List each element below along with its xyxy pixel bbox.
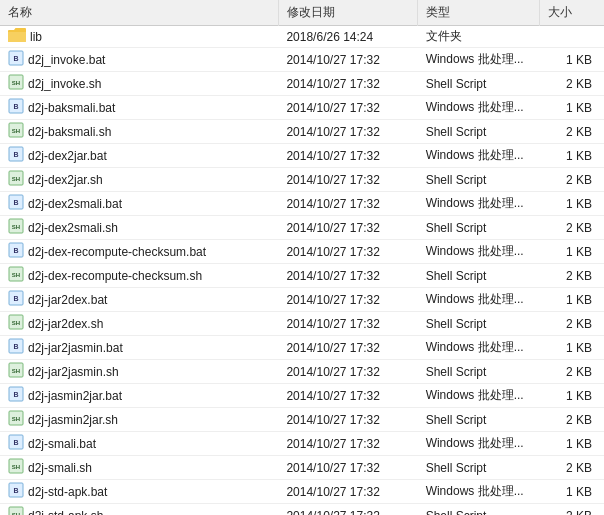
file-type: Windows 批处理...: [418, 384, 540, 408]
file-size: 1 KB: [540, 288, 604, 312]
col-header-size[interactable]: 大小: [540, 0, 604, 26]
table-row[interactable]: B d2j-std-apk.bat 2014/10/27 17:32 Windo…: [0, 480, 604, 504]
file-size: 2 KB: [540, 264, 604, 288]
file-type: Shell Script: [418, 168, 540, 192]
svg-text:B: B: [13, 151, 18, 158]
file-date: 2018/6/26 14:24: [278, 26, 417, 48]
file-type: Windows 批处理...: [418, 288, 540, 312]
col-header-name[interactable]: 名称: [0, 0, 278, 26]
table-row[interactable]: B d2j-jasmin2jar.bat 2014/10/27 17:32 Wi…: [0, 384, 604, 408]
table-row[interactable]: SH d2j-dex2jar.sh 2014/10/27 17:32 Shell…: [0, 168, 604, 192]
file-date: 2014/10/27 17:32: [278, 384, 417, 408]
table-row[interactable]: B d2j-dex2smali.bat 2014/10/27 17:32 Win…: [0, 192, 604, 216]
file-date: 2014/10/27 17:32: [278, 432, 417, 456]
file-type: Shell Script: [418, 216, 540, 240]
file-type: Windows 批处理...: [418, 480, 540, 504]
file-icon: B: [8, 50, 24, 69]
table-row[interactable]: SH d2j-jar2dex.sh 2014/10/27 17:32 Shell…: [0, 312, 604, 336]
table-row[interactable]: SH d2j-jar2jasmin.sh 2014/10/27 17:32 Sh…: [0, 360, 604, 384]
table-row[interactable]: B d2j-baksmali.bat 2014/10/27 17:32 Wind…: [0, 96, 604, 120]
file-size: 2 KB: [540, 120, 604, 144]
table-row[interactable]: SH d2j-baksmali.sh 2014/10/27 17:32 Shel…: [0, 120, 604, 144]
file-name: B d2j-dex-recompute-checksum.bat: [0, 240, 278, 264]
svg-text:SH: SH: [12, 224, 20, 230]
file-size: 1 KB: [540, 432, 604, 456]
file-name: SH d2j-dex2smali.sh: [0, 216, 278, 240]
file-date: 2014/10/27 17:32: [278, 48, 417, 72]
file-type: Windows 批处理...: [418, 336, 540, 360]
svg-text:B: B: [13, 103, 18, 110]
file-name: B d2j-jar2jasmin.bat: [0, 336, 278, 360]
table-row[interactable]: B d2j-smali.bat 2014/10/27 17:32 Windows…: [0, 432, 604, 456]
file-icon: SH: [8, 458, 24, 477]
table-row[interactable]: SH d2j-dex-recompute-checksum.sh 2014/10…: [0, 264, 604, 288]
file-date: 2014/10/27 17:32: [278, 480, 417, 504]
file-date: 2014/10/27 17:32: [278, 72, 417, 96]
svg-text:SH: SH: [12, 128, 20, 134]
file-icon: SH: [8, 74, 24, 93]
file-type: Shell Script: [418, 120, 540, 144]
table-row[interactable]: SH d2j-jasmin2jar.sh 2014/10/27 17:32 Sh…: [0, 408, 604, 432]
file-icon: B: [8, 338, 24, 357]
file-type: Windows 批处理...: [418, 192, 540, 216]
file-date: 2014/10/27 17:32: [278, 192, 417, 216]
col-header-type[interactable]: 类型: [418, 0, 540, 26]
file-size: 1 KB: [540, 48, 604, 72]
table-row[interactable]: B d2j-jar2dex.bat 2014/10/27 17:32 Windo…: [0, 288, 604, 312]
file-size: [540, 26, 604, 48]
file-size: 2 KB: [540, 72, 604, 96]
file-name: B d2j-dex2smali.bat: [0, 192, 278, 216]
file-date: 2014/10/27 17:32: [278, 216, 417, 240]
file-icon: SH: [8, 410, 24, 429]
file-type: Windows 批处理...: [418, 48, 540, 72]
file-icon: B: [8, 242, 24, 261]
svg-text:B: B: [13, 295, 18, 302]
table-row[interactable]: B d2j-dex-recompute-checksum.bat 2014/10…: [0, 240, 604, 264]
file-icon: B: [8, 146, 24, 165]
file-name: B d2j-jar2dex.bat: [0, 288, 278, 312]
file-icon: SH: [8, 314, 24, 333]
file-name: lib: [0, 26, 278, 48]
file-name: SH d2j-std-apk.sh: [0, 504, 278, 516]
svg-text:SH: SH: [12, 416, 20, 422]
svg-text:B: B: [13, 487, 18, 494]
file-size: 2 KB: [540, 456, 604, 480]
file-icon: B: [8, 290, 24, 309]
file-icon: B: [8, 434, 24, 453]
file-size: 1 KB: [540, 384, 604, 408]
file-icon: SH: [8, 362, 24, 381]
file-name: SH d2j-jar2jasmin.sh: [0, 360, 278, 384]
file-type: 文件夹: [418, 26, 540, 48]
svg-text:B: B: [13, 247, 18, 254]
svg-text:SH: SH: [12, 176, 20, 182]
file-size: 2 KB: [540, 360, 604, 384]
file-date: 2014/10/27 17:32: [278, 288, 417, 312]
table-row[interactable]: B d2j-jar2jasmin.bat 2014/10/27 17:32 Wi…: [0, 336, 604, 360]
file-date: 2014/10/27 17:32: [278, 504, 417, 516]
file-size: 1 KB: [540, 144, 604, 168]
file-type: Windows 批处理...: [418, 96, 540, 120]
file-date: 2014/10/27 17:32: [278, 456, 417, 480]
file-icon: B: [8, 386, 24, 405]
file-size: 2 KB: [540, 216, 604, 240]
table-row[interactable]: SH d2j-smali.sh 2014/10/27 17:32 Shell S…: [0, 456, 604, 480]
file-size: 2 KB: [540, 408, 604, 432]
file-size: 2 KB: [540, 168, 604, 192]
file-type: Windows 批处理...: [418, 432, 540, 456]
file-type: Shell Script: [418, 504, 540, 516]
file-date: 2014/10/27 17:32: [278, 264, 417, 288]
table-row[interactable]: B d2j-dex2jar.bat 2014/10/27 17:32 Windo…: [0, 144, 604, 168]
file-name: SH d2j-jar2dex.sh: [0, 312, 278, 336]
svg-text:SH: SH: [12, 320, 20, 326]
table-row[interactable]: SH d2j-dex2smali.sh 2014/10/27 17:32 She…: [0, 216, 604, 240]
table-row[interactable]: SH d2j_invoke.sh 2014/10/27 17:32 Shell …: [0, 72, 604, 96]
col-header-date[interactable]: 修改日期: [278, 0, 417, 26]
file-type: Windows 批处理...: [418, 240, 540, 264]
table-row[interactable]: B d2j_invoke.bat 2014/10/27 17:32 Window…: [0, 48, 604, 72]
file-size: 2 KB: [540, 504, 604, 516]
file-date: 2014/10/27 17:32: [278, 144, 417, 168]
file-name: SH d2j-baksmali.sh: [0, 120, 278, 144]
table-row[interactable]: lib 2018/6/26 14:24 文件夹: [0, 26, 604, 48]
table-row[interactable]: SH d2j-std-apk.sh 2014/10/27 17:32 Shell…: [0, 504, 604, 516]
file-icon: SH: [8, 122, 24, 141]
